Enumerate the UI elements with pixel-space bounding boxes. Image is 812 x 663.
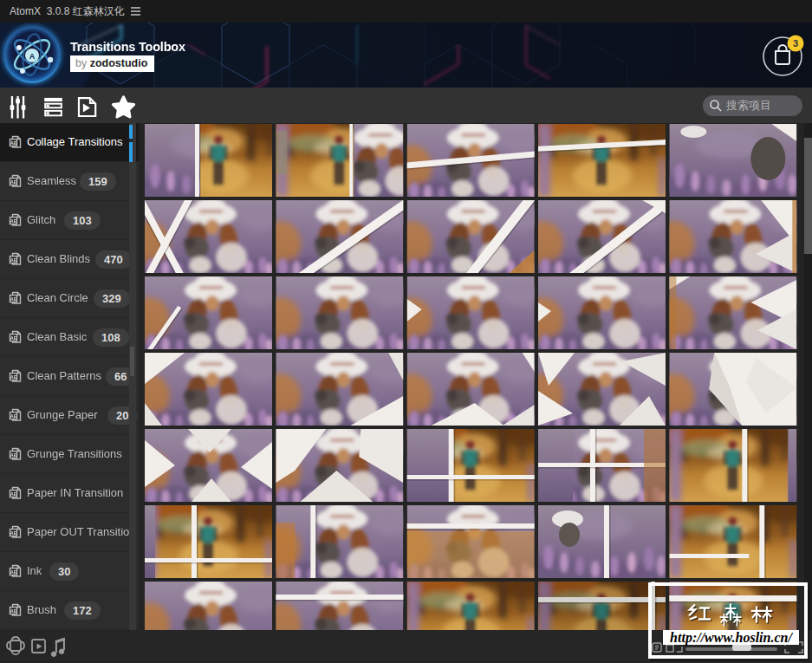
svg-text:AE: AE	[10, 413, 17, 419]
svg-text:AE: AE	[10, 569, 17, 575]
svg-text:AE: AE	[10, 296, 17, 302]
svg-text:AE: AE	[10, 530, 17, 536]
svg-text:AE: AE	[10, 140, 17, 146]
svg-text:AE: AE	[10, 179, 17, 185]
svg-text:AE: AE	[10, 452, 17, 458]
svg-text:AE: AE	[10, 257, 17, 263]
svg-text:AE: AE	[10, 608, 17, 614]
svg-text:AE: AE	[10, 374, 17, 380]
svg-text:A: A	[29, 52, 36, 61]
svg-text:AE: AE	[10, 218, 17, 224]
svg-text:3: 3	[793, 38, 798, 49]
svg-text:AE: AE	[10, 491, 17, 497]
svg-text:AE: AE	[10, 335, 17, 341]
